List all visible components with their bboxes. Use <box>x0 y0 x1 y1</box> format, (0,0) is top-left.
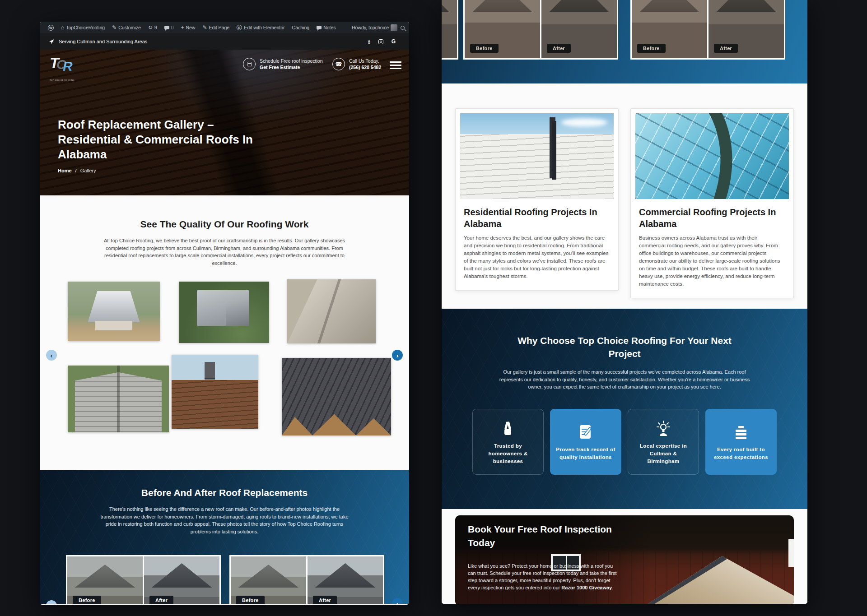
comments-count: 0 <box>171 25 174 30</box>
residential-roof-photo <box>460 113 614 199</box>
breadcrumb: Home / Gallery <box>58 168 96 173</box>
before-after-pair: Before After <box>463 0 618 60</box>
call-phone-number: (256) 620 5482 <box>349 65 381 70</box>
schedule-inspection-cta[interactable]: Schedule Free roof inspection Get Free E… <box>243 58 323 70</box>
customize-menu[interactable]: ✎ Customize <box>108 22 144 33</box>
gallery-image[interactable] <box>179 282 269 343</box>
browser-page-left: W ⌂ TopChoiceRoofing ✎ Customize ↻ 9 0 +… <box>40 22 409 605</box>
updates-count: 9 <box>154 25 157 30</box>
logo-letter-r: R <box>63 59 73 74</box>
caching-label: Caching <box>292 25 310 30</box>
roof-gable-graphic <box>638 556 794 604</box>
gallery-prev-button[interactable]: ‹ <box>46 350 57 361</box>
why-title: Why Choose Top Choice Roofing For Your N… <box>516 334 733 360</box>
schedule-line2: Get Free Estimate <box>260 65 323 70</box>
avatar <box>391 24 397 31</box>
after-badge: After <box>313 596 337 604</box>
customize-label: Customize <box>118 25 141 30</box>
site-logo[interactable]: T C R TOP CHOICE ROOFING <box>50 54 78 80</box>
residential-card-title: Residential Roofing Projects In Alabama <box>464 206 610 230</box>
book-body-end: . <box>612 585 613 590</box>
hero-section: T C R TOP CHOICE ROOFING Schedule Free r… <box>40 50 409 195</box>
residential-projects-card: Residential Roofing Projects In Alabama … <box>455 108 619 291</box>
instagram-icon[interactable] <box>378 39 383 44</box>
before-after-pair: Before After <box>630 0 785 60</box>
updates-icon: ↻ <box>148 25 153 30</box>
caching-menu[interactable]: Caching <box>289 22 313 33</box>
breadcrumb-current: Gallery <box>80 168 96 173</box>
wordpress-icon: W <box>48 25 54 31</box>
feature-card-trusted: Trusted by homeowners & businesses <box>472 409 544 475</box>
comments-menu[interactable]: 0 <box>161 22 177 33</box>
commercial-card-body: Business owners across Alabama trust us … <box>639 234 785 288</box>
feature-label: Trusted by homeowners & businesses <box>478 442 538 465</box>
my-account-menu[interactable]: Howdy, topchoice <box>348 22 397 33</box>
before-after-body: There's nothing like seeing the differen… <box>97 505 352 535</box>
customize-icon: ✎ <box>112 25 117 30</box>
updates-menu[interactable]: ↻ 9 <box>144 22 161 33</box>
breadcrumb-separator: / <box>75 168 77 173</box>
edit-page-label: Edit Page <box>209 25 230 30</box>
hamburger-menu-icon[interactable] <box>390 61 401 69</box>
layers-icon <box>734 422 748 440</box>
carousel-next-button[interactable]: › <box>392 598 403 604</box>
residential-card-body: Your home deserves the best, and our gal… <box>464 234 610 280</box>
before-badge: Before <box>637 44 666 53</box>
notes-menu[interactable]: Notes <box>313 22 339 33</box>
search-icon[interactable] <box>401 26 405 30</box>
before-badge: Before <box>236 596 265 604</box>
before-after-continued-section: Before After Before After <box>442 0 807 83</box>
project-cards-section: Residential Roofing Projects In Alabama … <box>442 83 807 309</box>
new-content-menu[interactable]: + New <box>177 22 199 33</box>
carousel-prev-button[interactable]: ‹ <box>46 600 57 604</box>
after-badge: After <box>547 44 571 53</box>
chevron-right-icon: › <box>396 352 399 359</box>
chevron-left-icon: ‹ <box>51 352 53 359</box>
calendar-icon <box>243 58 256 70</box>
elementor-icon: E <box>237 25 242 30</box>
after-photo: After <box>541 0 617 58</box>
social-links: f G <box>368 39 396 45</box>
idea-person-icon <box>655 419 671 437</box>
wp-logo-menu[interactable]: W <box>44 22 57 33</box>
gallery-image[interactable] <box>68 282 160 341</box>
plus-icon: + <box>181 25 184 30</box>
google-icon[interactable]: G <box>392 39 396 44</box>
comments-icon <box>164 26 169 29</box>
paper-plane-icon <box>49 39 55 45</box>
fingers-crossed-icon <box>501 419 515 437</box>
gallery-image[interactable] <box>172 355 258 429</box>
edit-page-menu[interactable]: ✎ Edit Page <box>199 22 233 33</box>
gallery-image[interactable] <box>68 366 169 432</box>
after-photo: After <box>709 0 784 58</box>
before-after-pair-partial <box>442 0 458 60</box>
chevron-left-icon: ‹ <box>51 602 53 604</box>
chevron-right-icon: › <box>396 600 399 604</box>
call-us-cta[interactable]: ☎ Call Us Today. (256) 620 5482 <box>332 58 381 70</box>
site-name-menu[interactable]: ⌂ TopChoiceRoofing <box>57 22 108 33</box>
before-badge: Before <box>73 596 101 604</box>
book-inspection-card: Book Your Free Roof Inspection Today Lik… <box>455 515 794 604</box>
page-title: Roof Replacement Gallery – Residential &… <box>58 117 266 162</box>
after-photo: After <box>308 556 383 604</box>
feature-card-exceed-expectations: Every roof built to exceed expectations <box>705 409 777 475</box>
quality-title: See The Quality Of Our Roofing Work <box>40 219 409 230</box>
why-body: Our gallery is just a small sample of th… <box>494 368 755 391</box>
gallery-next-button[interactable]: › <box>392 350 403 361</box>
breadcrumb-home[interactable]: Home <box>58 168 72 173</box>
commercial-roof-photo <box>635 113 789 199</box>
gallery-image[interactable] <box>282 358 391 435</box>
gallery-image[interactable] <box>287 279 376 343</box>
facebook-icon[interactable]: f <box>368 39 370 45</box>
checklist-icon <box>578 422 593 440</box>
before-photo: Before <box>231 556 306 604</box>
after-photo <box>442 0 457 58</box>
before-photo: Before <box>465 0 540 58</box>
before-badge: Before <box>470 44 499 53</box>
site-header: T C R TOP CHOICE ROOFING Schedule Free r… <box>40 50 409 82</box>
feature-label: Every roof built to exceed expectations <box>711 446 771 461</box>
new-label: New <box>186 25 196 30</box>
call-line1: Call Us Today. <box>349 58 381 64</box>
quality-body: At Top Choice Roofing, we believe the be… <box>96 237 353 267</box>
edit-with-elementor-menu[interactable]: E Edit with Elementor <box>233 22 288 33</box>
